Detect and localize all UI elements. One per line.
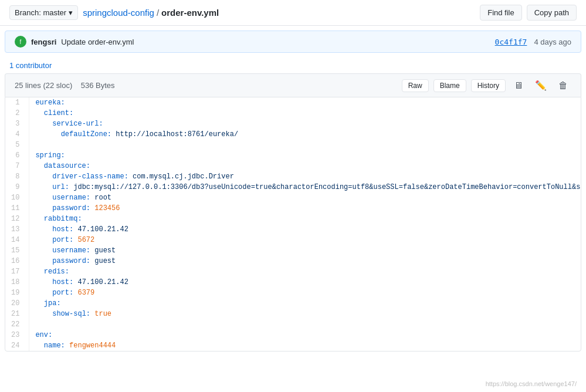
table-row: 2 client: (5, 108, 581, 119)
commit-message: Update order-env.yml (61, 38, 134, 46)
line-code: driver-class-name: com.mysql.cj.jdbc.Dri… (29, 171, 581, 182)
table-row: 6spring: (5, 150, 581, 161)
line-code: client: (29, 108, 581, 119)
line-code: env: (29, 330, 581, 340)
file-actions: Raw Blame History 🖥 ✏️ 🗑 (402, 79, 571, 92)
line-number: 1 (5, 97, 29, 108)
line-code: host: 47.100.21.42 (29, 224, 581, 235)
table-row: 23env: (5, 330, 581, 340)
breadcrumb-separator: / (157, 8, 159, 18)
line-number: 19 (5, 288, 29, 298)
line-code: datasource: (29, 161, 581, 171)
table-row: 5 (5, 140, 581, 150)
line-number: 14 (5, 235, 29, 245)
contributor-link[interactable]: 1 contributor (9, 61, 52, 70)
line-number: 23 (5, 330, 29, 340)
line-number: 20 (5, 298, 29, 309)
display-icon[interactable]: 🖥 (510, 79, 527, 92)
table-row: 14 port: 5672 (5, 235, 581, 245)
line-number: 11 (5, 203, 29, 214)
line-code: host: 47.100.21.42 (29, 277, 581, 288)
table-row: 11 password: 123456 (5, 203, 581, 214)
table-row: 17 redis: (5, 266, 581, 277)
line-number: 8 (5, 171, 29, 182)
table-row: 24 name: fengwen4444 (5, 340, 581, 351)
line-number: 18 (5, 277, 29, 288)
line-number: 16 (5, 256, 29, 266)
table-row: 3 service-url: (5, 119, 581, 129)
line-number: 3 (5, 119, 29, 129)
code-block: 1eureka:2 client:3 service-url:4 default… (5, 97, 581, 352)
table-row: 7 datasource: (5, 161, 581, 171)
table-row: 22 (5, 319, 581, 330)
line-number: 4 (5, 129, 29, 140)
copy-path-button[interactable]: Copy path (527, 5, 577, 21)
commit-hash[interactable]: 0c4f1f7 (495, 38, 527, 46)
avatar: f (15, 36, 26, 48)
line-code: port: 6379 (29, 288, 581, 298)
table-row: 18 host: 47.100.21.42 (5, 277, 581, 288)
line-number: 17 (5, 266, 29, 277)
file-header: 25 lines (22 sloc) 536 Bytes Raw Blame H… (5, 73, 581, 97)
table-row: 9 url: jdbc:mysql://127.0.0.1:3306/db3?u… (5, 182, 581, 192)
line-code: defaultZone: http://localhost:8761/eurek… (29, 129, 581, 140)
line-code: eureka: (29, 97, 581, 108)
table-row: 20 jpa: (5, 298, 581, 309)
line-code (29, 140, 581, 150)
table-row: 13 host: 47.100.21.42 (5, 224, 581, 235)
contributor-bar: 1 contributor (0, 58, 586, 73)
line-number: 22 (5, 319, 29, 330)
table-row: 1eureka: (5, 97, 581, 108)
history-button[interactable]: History (471, 79, 506, 92)
line-code: username: root (29, 192, 581, 203)
line-number: 15 (5, 245, 29, 256)
line-number: 12 (5, 214, 29, 224)
line-code: redis: (29, 266, 581, 277)
line-code: password: guest (29, 256, 581, 266)
line-number: 13 (5, 224, 29, 235)
line-number: 2 (5, 108, 29, 119)
line-code: password: 123456 (29, 203, 581, 214)
table-row: 4 defaultZone: http://localhost:8761/eur… (5, 129, 581, 140)
table-row: 15 username: guest (5, 245, 581, 256)
edit-icon[interactable]: ✏️ (531, 79, 550, 92)
line-code: url: jdbc:mysql://127.0.0.1:3306/db3?use… (29, 182, 581, 192)
commit-time: 4 days ago (534, 38, 571, 46)
branch-selector[interactable]: Branch: master ▾ (9, 5, 78, 20)
table-row: 19 port: 6379 (5, 288, 581, 298)
commit-bar-right: 0c4f1f7 4 days ago (495, 38, 571, 46)
breadcrumb: springcloud-config / order-env.yml (83, 8, 219, 18)
line-code: jpa: (29, 298, 581, 309)
top-bar: Branch: master ▾ springcloud-config / or… (0, 0, 586, 26)
line-code: name: fengwen4444 (29, 340, 581, 351)
find-file-button[interactable]: Find file (480, 5, 522, 21)
table-row: 21 show-sql: true (5, 309, 581, 319)
line-code: show-sql: true (29, 309, 581, 319)
file-lines: 25 lines (22 sloc) (15, 81, 72, 90)
line-number: 24 (5, 340, 29, 351)
line-code: rabbitmq: (29, 214, 581, 224)
line-code: spring: (29, 150, 581, 161)
table-row: 12 rabbitmq: (5, 214, 581, 224)
commit-author[interactable]: fengsri (31, 38, 56, 46)
top-bar-left: Branch: master ▾ springcloud-config / or… (9, 5, 219, 20)
code-table: 1eureka:2 client:3 service-url:4 default… (5, 97, 581, 351)
blame-button[interactable]: Blame (433, 79, 466, 92)
line-number: 7 (5, 161, 29, 171)
line-number: 10 (5, 192, 29, 203)
commit-bar-left: f fengsri Update order-env.yml (15, 36, 134, 48)
table-row: 8 driver-class-name: com.mysql.cj.jdbc.D… (5, 171, 581, 182)
table-row: 16 password: guest (5, 256, 581, 266)
line-number: 9 (5, 182, 29, 192)
file-size: 536 Bytes (81, 81, 115, 90)
line-number: 21 (5, 309, 29, 319)
branch-chevron-icon: ▾ (69, 8, 73, 17)
raw-button[interactable]: Raw (402, 79, 429, 92)
repo-link[interactable]: springcloud-config (83, 8, 154, 18)
line-code: username: guest (29, 245, 581, 256)
line-number: 6 (5, 150, 29, 161)
file-meta: 25 lines (22 sloc) 536 Bytes (15, 81, 115, 90)
line-number: 5 (5, 140, 29, 150)
line-code (29, 319, 581, 330)
delete-icon[interactable]: 🗑 (555, 79, 571, 92)
